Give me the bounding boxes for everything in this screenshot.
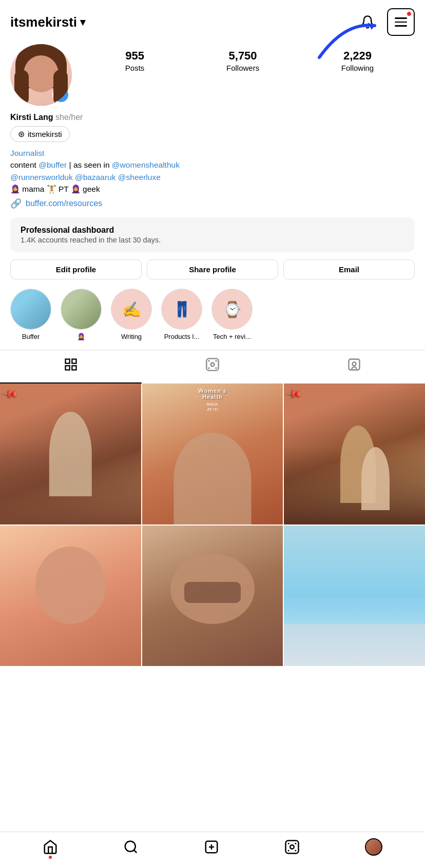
writing-icon: ✍️ bbox=[122, 300, 141, 318]
svg-point-22 bbox=[287, 850, 289, 851]
bio-line4: 🧕 mama 🏋️ PT 🧕 geek bbox=[10, 185, 100, 193]
highlight-circle-writing: ✍️ bbox=[111, 289, 152, 330]
email-button[interactable]: Email bbox=[283, 259, 415, 279]
avatar bbox=[10, 44, 72, 106]
professional-dashboard-card[interactable]: Professional dashboard 1.4K accounts rea… bbox=[10, 217, 415, 252]
bazaar-link[interactable]: @bazaaruk bbox=[75, 173, 116, 181]
womenshealth-link[interactable]: @womenshealthuk bbox=[112, 160, 180, 169]
following-stat[interactable]: 2,229 Following bbox=[341, 49, 374, 72]
grid-cell-6[interactable] bbox=[284, 526, 425, 667]
grid-icon bbox=[64, 357, 78, 375]
highlights-row: Buffer 🧕 ✍️ Writing 👖 Products l... ⌚ Te… bbox=[0, 279, 425, 340]
pin-icon-3: 📌 bbox=[286, 385, 304, 403]
grid-cell-2[interactable]: 📌 ⧉ Women'sHealth BACKAT IT! bbox=[142, 383, 283, 524]
tagged-icon bbox=[347, 357, 361, 375]
home-active-dot bbox=[49, 856, 52, 859]
svg-rect-3 bbox=[66, 366, 70, 370]
svg-line-14 bbox=[134, 850, 137, 853]
grid-cell-3[interactable]: 📌 bbox=[284, 383, 425, 524]
bio-text: Journalist content @buffer | as seen in … bbox=[10, 147, 415, 195]
tab-reels[interactable] bbox=[142, 350, 283, 383]
edit-profile-button[interactable]: Edit profile bbox=[10, 259, 142, 279]
grid-cell-4[interactable]: ▶ bbox=[0, 526, 141, 667]
notification-dot bbox=[407, 11, 412, 16]
highlight-label-buffer: Buffer bbox=[22, 333, 40, 340]
stats-row: 955 Posts 5,750 Followers 2,229 Followin… bbox=[84, 44, 415, 72]
highlight-circle-tech: ⌚ bbox=[211, 289, 253, 330]
threads-badge[interactable]: ⊛ itsmekirsti bbox=[10, 126, 70, 142]
profile-avatar-nav bbox=[365, 838, 382, 856]
svg-rect-18 bbox=[285, 841, 298, 854]
username-text: itsmekirsti bbox=[10, 14, 77, 30]
share-profile-button[interactable]: Share profile bbox=[147, 259, 278, 279]
display-name: Kirsti Lang bbox=[10, 113, 53, 122]
nav-search[interactable] bbox=[123, 839, 139, 855]
chevron-down-icon: ▾ bbox=[80, 16, 85, 28]
menu-button[interactable] bbox=[387, 8, 415, 36]
reels-nav-icon bbox=[284, 839, 300, 855]
svg-point-20 bbox=[287, 843, 289, 844]
svg-point-13 bbox=[125, 841, 136, 852]
highlight-label-writing: Writing bbox=[121, 333, 142, 340]
followers-stat[interactable]: 5,750 Followers bbox=[226, 49, 259, 72]
grid-cell-1[interactable]: 📌 bbox=[0, 383, 141, 524]
photo-grid: 📌 📌 ⧉ Women'sHealth BACKAT IT! 📌 ▶ bbox=[0, 383, 425, 666]
highlight-circle-products: 👖 bbox=[161, 289, 202, 330]
content-tabs bbox=[0, 350, 425, 383]
tab-grid[interactable] bbox=[0, 350, 142, 383]
sheerluxe-link[interactable]: @sheerluxe bbox=[118, 173, 161, 181]
svg-point-21 bbox=[295, 843, 296, 844]
svg-rect-11 bbox=[349, 359, 360, 370]
svg-point-19 bbox=[290, 845, 294, 849]
threads-handle: itsmekirsti bbox=[28, 130, 62, 138]
highlight-label-tech: Tech + revi... bbox=[213, 333, 251, 340]
reels-icon bbox=[205, 357, 220, 375]
grid-cell-5[interactable] bbox=[142, 526, 283, 667]
threads-icon: ⊛ bbox=[18, 129, 25, 139]
svg-rect-4 bbox=[72, 366, 76, 370]
website-link[interactable]: buffer.com/resources bbox=[26, 199, 102, 208]
nav-reels[interactable] bbox=[284, 839, 300, 855]
bio-name-row: Kirsti Lang she/her bbox=[10, 113, 415, 122]
following-count: 2,229 bbox=[343, 49, 372, 63]
posts-stat[interactable]: 955 Posts bbox=[125, 49, 145, 72]
home-icon bbox=[43, 839, 58, 855]
svg-point-6 bbox=[211, 363, 215, 367]
bio-link-row: 🔗 buffer.com/resources bbox=[10, 198, 415, 209]
following-label: Following bbox=[341, 64, 374, 72]
followers-label: Followers bbox=[226, 64, 259, 72]
avatar-wrap[interactable]: + bbox=[10, 44, 72, 106]
highlight-circle-buffer bbox=[10, 289, 51, 330]
dashboard-subtitle: 1.4K accounts reached in the last 30 day… bbox=[21, 236, 404, 244]
tab-tagged[interactable] bbox=[283, 350, 425, 383]
svg-rect-1 bbox=[66, 359, 70, 364]
search-icon bbox=[123, 839, 139, 855]
highlight-writing[interactable]: ✍️ Writing bbox=[111, 289, 152, 340]
highlight-label-emoji: 🧕 bbox=[77, 333, 85, 340]
action-buttons: Edit profile Share profile Email bbox=[0, 252, 425, 279]
dashboard-title: Professional dashboard bbox=[21, 226, 404, 235]
products-icon: 👖 bbox=[172, 300, 191, 318]
svg-point-10 bbox=[215, 367, 217, 369]
svg-point-9 bbox=[208, 367, 210, 369]
nav-home[interactable] bbox=[43, 839, 58, 855]
runners-link[interactable]: @runnersworlduk bbox=[10, 173, 73, 181]
pin-icon-1: 📌 bbox=[2, 385, 20, 403]
bio-journalist-link[interactable]: Journalist bbox=[10, 147, 415, 159]
bio-line3: @runnersworlduk @bazaaruk @sheerluxe bbox=[10, 173, 161, 181]
link-icon: 🔗 bbox=[10, 198, 22, 209]
bio-section: Kirsti Lang she/her ⊛ itsmekirsti Journa… bbox=[0, 106, 425, 209]
highlight-products[interactable]: 👖 Products l... bbox=[161, 289, 202, 340]
buffer-link[interactable]: @buffer bbox=[38, 160, 67, 169]
highlight-emoji[interactable]: 🧕 bbox=[61, 289, 102, 340]
nav-profile[interactable] bbox=[365, 838, 382, 856]
nav-create[interactable] bbox=[204, 839, 219, 855]
highlight-tech[interactable]: ⌚ Tech + revi... bbox=[211, 289, 253, 340]
highlight-buffer[interactable]: Buffer bbox=[10, 289, 51, 340]
header: itsmekirsti ▾ bbox=[0, 0, 425, 40]
svg-point-12 bbox=[353, 362, 356, 366]
notification-button[interactable] bbox=[356, 11, 379, 33]
username-display[interactable]: itsmekirsti ▾ bbox=[10, 14, 85, 30]
posts-label: Posts bbox=[125, 64, 145, 72]
highlight-label-products: Products l... bbox=[164, 333, 200, 340]
